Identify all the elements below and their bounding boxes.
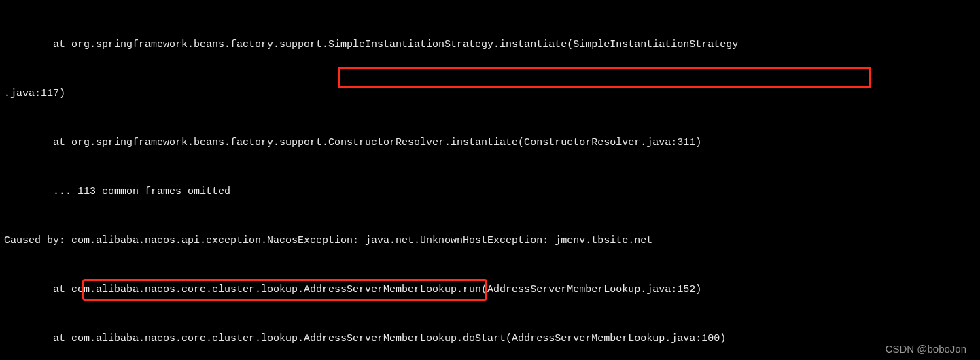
log-line: at org.springframework.beans.factory.sup… [4, 135, 977, 151]
log-line: .java:117) [4, 86, 977, 102]
log-line: ... 113 common frames omitted [4, 184, 977, 200]
log-line: Caused by: com.alibaba.nacos.api.excepti… [4, 233, 977, 249]
watermark-text: CSDN @boboJon [886, 341, 966, 357]
log-line: at com.alibaba.nacos.core.cluster.lookup… [4, 331, 977, 347]
log-line: at com.alibaba.nacos.core.cluster.lookup… [4, 282, 977, 298]
log-line: at org.springframework.beans.factory.sup… [4, 37, 977, 53]
terminal-output[interactable]: at org.springframework.beans.factory.sup… [0, 0, 980, 360]
